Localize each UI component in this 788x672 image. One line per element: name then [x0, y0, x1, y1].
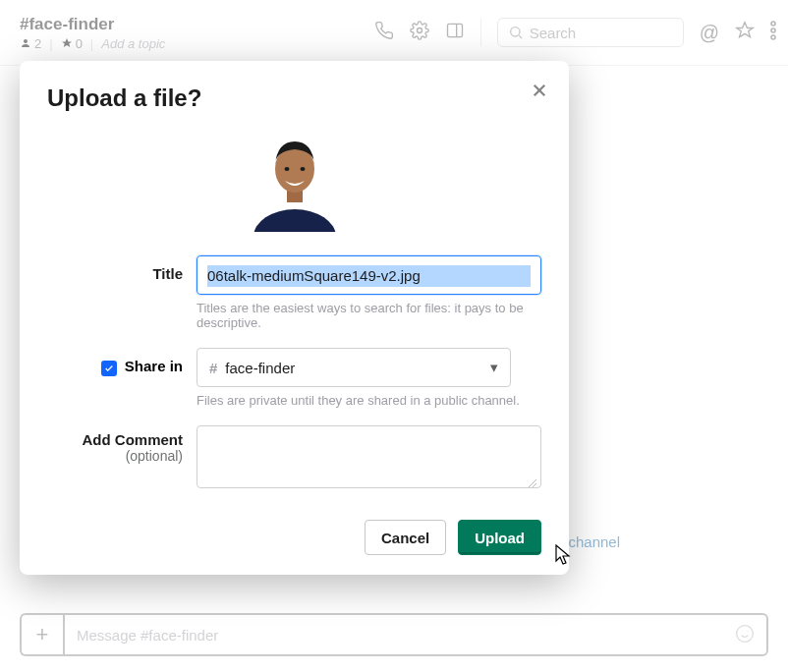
close-button[interactable] [528, 79, 551, 102]
message-input[interactable]: Message #face-finder [63, 613, 768, 656]
share-checkbox[interactable] [101, 361, 117, 376]
svg-line-23 [529, 479, 536, 487]
title-helper: Titles are the easiest ways to search fo… [197, 301, 541, 330]
comment-label: Add Comment [83, 431, 184, 448]
emoji-icon[interactable] [735, 624, 755, 646]
share-helper: Files are private until they are shared … [197, 393, 541, 408]
search-input[interactable]: Search [497, 18, 684, 47]
pins-icon[interactable]: 0 [61, 36, 83, 51]
svg-line-5 [519, 35, 522, 38]
add-topic-link[interactable]: Add a topic [101, 36, 165, 51]
file-thumbnail [246, 134, 344, 232]
more-icon[interactable] [770, 21, 776, 44]
mentions-icon[interactable]: @ [700, 22, 719, 44]
share-channel-select[interactable]: # face-finder ▾ [197, 348, 511, 387]
svg-line-24 [533, 483, 536, 487]
svg-point-7 [771, 28, 775, 32]
svg-point-6 [771, 22, 775, 26]
star-icon[interactable] [735, 21, 755, 44]
cancel-button[interactable]: Cancel [365, 520, 446, 555]
svg-point-8 [771, 35, 775, 39]
svg-point-1 [417, 28, 422, 33]
details-pane-icon[interactable] [445, 21, 465, 44]
call-icon[interactable] [374, 21, 394, 44]
channel-meta: 2 | 0 | Add a topic [20, 36, 165, 51]
svg-point-0 [24, 39, 28, 43]
title-input[interactable] [197, 255, 541, 295]
svg-point-22 [300, 167, 305, 171]
chevron-down-icon: ▾ [490, 359, 498, 376]
channel-header: #face-finder 2 | 0 | Add a topic [0, 0, 788, 66]
members-icon[interactable]: 2 [20, 36, 41, 51]
share-label: Share in [125, 358, 183, 374]
settings-icon[interactable] [410, 21, 429, 44]
comment-input[interactable] [197, 425, 541, 488]
svg-point-4 [510, 28, 519, 36]
upload-file-dialog: Upload a file? Title Titles are the easi… [20, 61, 569, 575]
dialog-title: Upload a file? [47, 84, 541, 112]
title-label: Title [47, 255, 197, 282]
hash-icon: # [209, 360, 217, 376]
svg-point-21 [284, 167, 289, 171]
attach-button[interactable]: + [20, 613, 63, 656]
channel-name[interactable]: #face-finder [20, 15, 165, 34]
upload-button[interactable]: Upload [458, 520, 541, 555]
comment-sublabel: (optional) [47, 448, 183, 464]
resize-grip-icon[interactable] [528, 478, 537, 488]
svg-rect-2 [447, 24, 462, 36]
svg-point-12 [737, 625, 754, 642]
